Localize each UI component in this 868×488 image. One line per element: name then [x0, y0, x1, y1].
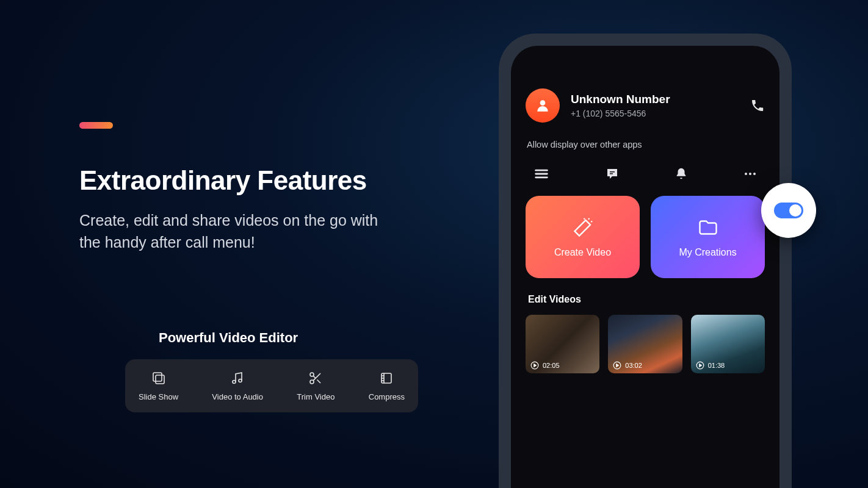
overlay-toggle[interactable]	[761, 183, 816, 238]
menu-button[interactable]	[533, 165, 550, 182]
phone-screen: Unknown Number +1 (102) 5565-5456 Allow …	[511, 46, 779, 488]
video-duration: 02:05	[543, 362, 560, 369]
video-duration: 01:38	[708, 362, 725, 369]
hamburger-icon	[533, 165, 550, 182]
svg-line-8	[313, 376, 316, 378]
card-label: My Creations	[679, 247, 736, 258]
tool-trim-video[interactable]: Trim Video	[297, 370, 335, 401]
video-row: 02:05 03:02 01:38	[526, 315, 765, 373]
tool-label: Trim Video	[297, 392, 335, 401]
more-horizontal-icon	[743, 167, 758, 181]
bell-icon	[675, 167, 688, 181]
tool-label: Video to Audio	[212, 392, 263, 401]
accent-bar	[79, 122, 113, 129]
svg-point-3	[239, 379, 242, 382]
phone-icon	[750, 98, 765, 113]
edit-videos-label: Edit Videos	[526, 294, 765, 305]
compress-icon	[378, 370, 394, 386]
message-icon	[605, 167, 620, 181]
play-circle-icon	[613, 361, 621, 370]
slideshow-icon	[151, 370, 167, 386]
svg-point-5	[310, 380, 314, 384]
toggle-track	[774, 203, 803, 218]
scissors-icon	[308, 370, 324, 386]
svg-point-17	[749, 173, 751, 175]
tool-label: Slide Show	[139, 392, 178, 401]
card-label: Create Video	[554, 247, 611, 258]
tool-video-to-audio[interactable]: Video to Audio	[212, 370, 263, 401]
svg-rect-1	[156, 375, 164, 384]
svg-marker-24	[699, 364, 701, 367]
call-button[interactable]	[750, 98, 765, 113]
svg-rect-0	[153, 373, 162, 381]
caller-name: Unknown Number	[571, 93, 739, 106]
allow-display-text: Allow display over other apps	[526, 140, 765, 149]
video-thumb[interactable]: 01:38	[691, 315, 765, 373]
svg-marker-20	[534, 364, 537, 367]
phone-frame: Unknown Number +1 (102) 5565-5456 Allow …	[499, 34, 792, 488]
tool-compress[interactable]: Compress	[369, 370, 405, 401]
tool-label: Compress	[369, 392, 405, 401]
svg-marker-22	[617, 364, 619, 367]
editor-label: Powerful Video Editor	[159, 330, 439, 346]
svg-point-18	[753, 173, 756, 175]
svg-point-16	[745, 173, 747, 175]
video-duration: 03:02	[625, 362, 642, 369]
svg-rect-15	[610, 173, 613, 174]
svg-point-2	[233, 380, 236, 383]
avatar	[526, 88, 560, 123]
svg-point-10	[540, 100, 546, 106]
toggle-knob	[789, 204, 801, 217]
editor-toolbar: Slide Show Video to Audio Trim Video	[125, 359, 418, 412]
caller-number: +1 (102) 5565-5456	[571, 109, 739, 118]
video-thumb[interactable]: 02:05	[526, 315, 599, 373]
music-note-icon	[230, 370, 245, 386]
caller-row: Unknown Number +1 (102) 5565-5456	[526, 88, 765, 123]
subcopy: Create, edit and share videos on the go …	[79, 209, 397, 254]
notifications-button[interactable]	[675, 167, 688, 181]
play-circle-icon	[696, 361, 704, 370]
more-button[interactable]	[743, 167, 758, 181]
tool-slideshow[interactable]: Slide Show	[139, 370, 178, 401]
svg-point-4	[310, 373, 314, 376]
message-button[interactable]	[605, 167, 620, 181]
person-icon	[535, 98, 551, 113]
folder-icon	[697, 217, 719, 239]
play-circle-icon	[530, 361, 539, 370]
nav-row	[526, 159, 765, 196]
headline: Extraordinary Features	[79, 165, 439, 196]
svg-line-7	[317, 379, 321, 383]
svg-rect-14	[610, 171, 615, 173]
my-creations-card[interactable]: My Creations	[651, 196, 765, 278]
wand-icon	[572, 217, 594, 239]
video-thumb[interactable]: 03:02	[608, 315, 682, 373]
create-video-card[interactable]: Create Video	[526, 196, 640, 278]
